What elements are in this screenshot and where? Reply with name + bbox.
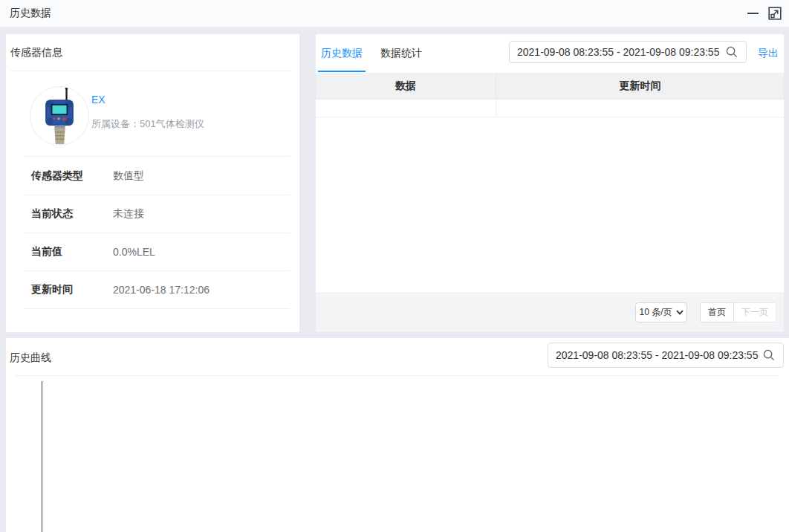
column-header-update-time: 更新时间 — [496, 73, 784, 99]
current-value-label: 当前值 — [31, 245, 113, 259]
current-status-value: 未连接 — [113, 207, 144, 221]
update-time-value: 2021-06-18 17:12:06 — [113, 284, 210, 296]
current-value-row: 当前值 0.0%LEL — [24, 233, 290, 271]
history-tabs: 历史数据 数据统计 — [318, 34, 437, 72]
page-size-value: 10 条/页 — [639, 306, 672, 319]
current-value-value: 0.0%LEL — [113, 246, 155, 258]
curve-date-range-picker[interactable]: 2021-09-08 08:23:55 - 2021-09-08 09:23:5… — [548, 343, 784, 368]
sensor-info-panel: 传感器信息 — [6, 34, 299, 332]
update-time-row: 更新时间 2021-06-18 17:12:06 — [24, 271, 290, 309]
history-data-table: 数据 更新时间 — [316, 73, 784, 117]
table-row — [316, 100, 784, 117]
expand-button[interactable] — [768, 7, 782, 20]
next-page-button[interactable]: 下一页 — [734, 302, 776, 322]
update-time-label: 更新时间 — [31, 283, 113, 296]
sensor-summary: EX 所属设备：501气体检测仪 — [24, 80, 290, 157]
gas-detector-image — [36, 86, 82, 146]
history-data-panel: 历史数据 数据统计 2021-09-08 08:23:55 - 2021-09-… — [316, 34, 784, 332]
minimize-button[interactable] — [747, 7, 759, 19]
window-controls — [747, 0, 782, 27]
history-curve-title: 历史曲线 — [10, 351, 51, 365]
table-header-row: 数据 更新时间 — [316, 73, 784, 100]
tab-history-data[interactable]: 历史数据 — [318, 34, 366, 72]
first-page-button[interactable]: 首页 — [700, 302, 734, 322]
sensor-type-value: 数值型 — [113, 169, 144, 183]
history-date-range-picker[interactable]: 2021-09-08 08:23:55 - 2021-09-08 09:23:5… — [509, 41, 747, 63]
sensor-attributes-list: 传感器类型 数值型 当前状态 未连接 当前值 0.0%LEL 更新时间 2021… — [24, 158, 290, 309]
search-icon[interactable] — [725, 45, 738, 59]
sensor-device-label: 所属设备：501气体检测仪 — [91, 117, 204, 131]
sensor-type-row: 传感器类型 数值型 — [24, 158, 290, 195]
window-title: 历史数据 — [10, 7, 51, 20]
current-status-label: 当前状态 — [31, 207, 113, 221]
history-data-window: 历史数据 传感器信息 — [0, 0, 789, 532]
history-date-range-value: 2021-09-08 08:23:55 - 2021-09-08 09:23:5… — [517, 46, 719, 58]
current-status-row: 当前状态 未连接 — [24, 195, 290, 233]
chevron-down-icon — [676, 310, 684, 315]
column-header-data: 数据 — [316, 73, 496, 99]
history-curve-panel: 历史曲线 2021-09-08 08:23:55 - 2021-09-08 09… — [6, 338, 789, 532]
sensor-avatar — [30, 86, 89, 146]
window-titlebar: 历史数据 — [0, 0, 789, 27]
cell-update-time — [496, 100, 784, 117]
chart-y-axis — [42, 381, 42, 532]
divider — [10, 71, 291, 71]
minimize-icon — [747, 13, 759, 14]
sensor-type-label: 传感器类型 — [31, 169, 113, 183]
cell-data — [316, 100, 496, 117]
expand-icon — [768, 7, 782, 20]
search-icon[interactable] — [762, 348, 776, 362]
page-size-select[interactable]: 10 条/页 — [635, 302, 687, 322]
export-button[interactable]: 导出 — [758, 47, 779, 60]
tab-data-statistics[interactable]: 数据统计 — [377, 34, 425, 72]
history-curve-chart — [6, 376, 789, 532]
sensor-name-link[interactable]: EX — [91, 94, 105, 106]
pagination-bar: 10 条/页 首页 下一页 — [316, 292, 784, 332]
curve-date-range-value: 2021-09-08 08:23:55 - 2021-09-08 09:23:5… — [556, 349, 758, 361]
sensor-info-title: 传感器信息 — [10, 46, 62, 59]
